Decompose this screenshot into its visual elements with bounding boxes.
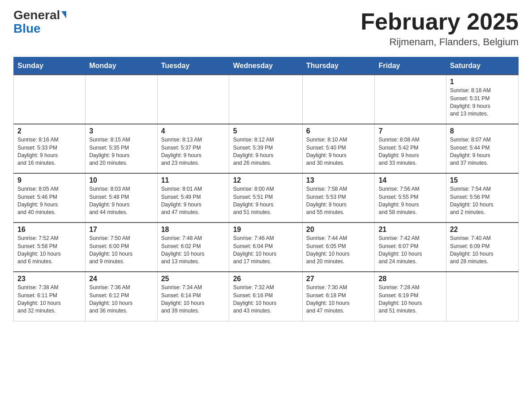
- day-number: 5: [233, 127, 298, 135]
- column-header-monday: Monday: [86, 57, 157, 75]
- day-number: 11: [161, 176, 226, 184]
- day-number: 7: [378, 127, 442, 135]
- location-subtitle: Rijmenam, Flanders, Belgium: [360, 36, 519, 48]
- day-number: 12: [233, 176, 298, 184]
- column-header-saturday: Saturday: [446, 57, 518, 75]
- calendar-cell: 24Sunrise: 7:36 AM Sunset: 6:12 PM Dayli…: [86, 272, 157, 321]
- calendar-cell: 28Sunrise: 7:28 AM Sunset: 6:19 PM Dayli…: [375, 272, 446, 321]
- page-header: General Blue February 2025 Rijmenam, Fla…: [13, 9, 519, 48]
- day-info: Sunrise: 7:46 AM Sunset: 6:04 PM Dayligh…: [233, 235, 298, 266]
- calendar-cell: 1Sunrise: 8:18 AM Sunset: 5:31 PM Daylig…: [446, 75, 518, 124]
- logo-general-text: General: [13, 9, 60, 21]
- calendar-cell: 21Sunrise: 7:42 AM Sunset: 6:07 PM Dayli…: [375, 223, 446, 272]
- week-row-5: 23Sunrise: 7:38 AM Sunset: 6:11 PM Dayli…: [14, 272, 519, 321]
- calendar-cell: [14, 75, 86, 124]
- day-info: Sunrise: 7:48 AM Sunset: 6:02 PM Dayligh…: [161, 235, 226, 266]
- day-number: 3: [89, 127, 153, 135]
- calendar-cell: 19Sunrise: 7:46 AM Sunset: 6:04 PM Dayli…: [229, 223, 302, 272]
- day-number: 13: [306, 176, 371, 184]
- calendar-cell: 13Sunrise: 7:58 AM Sunset: 5:53 PM Dayli…: [302, 173, 375, 223]
- calendar-cell: 3Sunrise: 8:15 AM Sunset: 5:35 PM Daylig…: [86, 124, 157, 173]
- calendar-cell: 2Sunrise: 8:16 AM Sunset: 5:33 PM Daylig…: [14, 124, 86, 173]
- day-number: 18: [161, 226, 226, 234]
- calendar-cell: [229, 75, 302, 124]
- day-number: 21: [378, 226, 442, 234]
- day-number: 2: [17, 127, 82, 135]
- day-info: Sunrise: 7:52 AM Sunset: 5:58 PM Dayligh…: [17, 235, 82, 266]
- calendar-cell: 12Sunrise: 8:00 AM Sunset: 5:51 PM Dayli…: [229, 173, 302, 223]
- day-number: 15: [450, 176, 515, 184]
- day-info: Sunrise: 7:34 AM Sunset: 6:14 PM Dayligh…: [161, 284, 226, 315]
- day-info: Sunrise: 8:07 AM Sunset: 5:44 PM Dayligh…: [450, 136, 515, 167]
- day-number: 16: [17, 226, 82, 234]
- calendar-cell: 22Sunrise: 7:40 AM Sunset: 6:09 PM Dayli…: [446, 223, 518, 272]
- week-row-3: 9Sunrise: 8:05 AM Sunset: 5:46 PM Daylig…: [14, 173, 519, 223]
- column-header-sunday: Sunday: [14, 57, 86, 75]
- day-info: Sunrise: 7:32 AM Sunset: 6:16 PM Dayligh…: [233, 284, 298, 315]
- calendar-cell: 5Sunrise: 8:12 AM Sunset: 5:39 PM Daylig…: [229, 124, 302, 173]
- day-info: Sunrise: 7:44 AM Sunset: 6:05 PM Dayligh…: [306, 235, 371, 266]
- calendar-cell: 9Sunrise: 8:05 AM Sunset: 5:46 PM Daylig…: [14, 173, 86, 223]
- calendar-cell: 4Sunrise: 8:13 AM Sunset: 5:37 PM Daylig…: [157, 124, 229, 173]
- day-number: 17: [89, 226, 153, 234]
- calendar-cell: 17Sunrise: 7:50 AM Sunset: 6:00 PM Dayli…: [86, 223, 157, 272]
- week-row-2: 2Sunrise: 8:16 AM Sunset: 5:33 PM Daylig…: [14, 124, 519, 173]
- day-number: 10: [89, 176, 153, 184]
- day-number: 6: [306, 127, 371, 135]
- day-info: Sunrise: 7:50 AM Sunset: 6:00 PM Dayligh…: [89, 235, 153, 266]
- calendar-cell: 25Sunrise: 7:34 AM Sunset: 6:14 PM Dayli…: [157, 272, 229, 321]
- calendar-cell: [157, 75, 229, 124]
- calendar-cell: 10Sunrise: 8:03 AM Sunset: 5:48 PM Dayli…: [86, 173, 157, 223]
- day-number: 8: [450, 127, 515, 135]
- calendar-cell: [86, 75, 157, 124]
- day-number: 19: [233, 226, 298, 234]
- day-number: 1: [450, 78, 515, 86]
- day-number: 24: [89, 275, 153, 283]
- day-number: 27: [306, 275, 371, 283]
- week-row-4: 16Sunrise: 7:52 AM Sunset: 5:58 PM Dayli…: [14, 223, 519, 272]
- calendar-cell: 14Sunrise: 7:56 AM Sunset: 5:55 PM Dayli…: [375, 173, 446, 223]
- day-info: Sunrise: 7:56 AM Sunset: 5:55 PM Dayligh…: [378, 185, 442, 217]
- calendar-cell: [302, 75, 375, 124]
- calendar-header-row: SundayMondayTuesdayWednesdayThursdayFrid…: [14, 57, 519, 75]
- day-info: Sunrise: 8:15 AM Sunset: 5:35 PM Dayligh…: [89, 136, 153, 167]
- day-info: Sunrise: 7:40 AM Sunset: 6:09 PM Dayligh…: [450, 235, 515, 266]
- day-number: 28: [378, 275, 442, 283]
- day-info: Sunrise: 8:13 AM Sunset: 5:37 PM Dayligh…: [161, 136, 226, 167]
- calendar-cell: 15Sunrise: 7:54 AM Sunset: 5:56 PM Dayli…: [446, 173, 518, 223]
- day-number: 25: [161, 275, 226, 283]
- day-info: Sunrise: 7:58 AM Sunset: 5:53 PM Dayligh…: [306, 185, 371, 217]
- day-number: 9: [17, 176, 82, 184]
- day-info: Sunrise: 7:30 AM Sunset: 6:18 PM Dayligh…: [306, 284, 371, 315]
- calendar-cell: 27Sunrise: 7:30 AM Sunset: 6:18 PM Dayli…: [302, 272, 375, 321]
- week-row-1: 1Sunrise: 8:18 AM Sunset: 5:31 PM Daylig…: [14, 75, 519, 124]
- column-header-wednesday: Wednesday: [229, 57, 302, 75]
- calendar-cell: 8Sunrise: 8:07 AM Sunset: 5:44 PM Daylig…: [446, 124, 518, 173]
- month-title: February 2025: [360, 9, 519, 34]
- day-info: Sunrise: 8:03 AM Sunset: 5:48 PM Dayligh…: [89, 185, 153, 217]
- day-info: Sunrise: 8:18 AM Sunset: 5:31 PM Dayligh…: [450, 87, 515, 118]
- day-info: Sunrise: 8:00 AM Sunset: 5:51 PM Dayligh…: [233, 185, 298, 217]
- day-info: Sunrise: 8:16 AM Sunset: 5:33 PM Dayligh…: [17, 136, 82, 167]
- day-number: 23: [17, 275, 82, 283]
- day-info: Sunrise: 8:05 AM Sunset: 5:46 PM Dayligh…: [17, 185, 82, 217]
- calendar-cell: 18Sunrise: 7:48 AM Sunset: 6:02 PM Dayli…: [157, 223, 229, 272]
- day-info: Sunrise: 7:54 AM Sunset: 5:56 PM Dayligh…: [450, 185, 515, 217]
- calendar-cell: 20Sunrise: 7:44 AM Sunset: 6:05 PM Dayli…: [302, 223, 375, 272]
- day-number: 22: [450, 226, 515, 234]
- calendar-cell: 23Sunrise: 7:38 AM Sunset: 6:11 PM Dayli…: [14, 272, 86, 321]
- day-info: Sunrise: 7:42 AM Sunset: 6:07 PM Dayligh…: [378, 235, 442, 266]
- column-header-tuesday: Tuesday: [157, 57, 229, 75]
- calendar-cell: 7Sunrise: 8:08 AM Sunset: 5:42 PM Daylig…: [375, 124, 446, 173]
- calendar-cell: 26Sunrise: 7:32 AM Sunset: 6:16 PM Dayli…: [229, 272, 302, 321]
- day-info: Sunrise: 7:36 AM Sunset: 6:12 PM Dayligh…: [89, 284, 153, 315]
- title-block: February 2025 Rijmenam, Flanders, Belgiu…: [360, 9, 519, 48]
- day-info: Sunrise: 8:08 AM Sunset: 5:42 PM Dayligh…: [378, 136, 442, 167]
- column-header-friday: Friday: [375, 57, 446, 75]
- logo: General Blue: [13, 9, 66, 36]
- day-info: Sunrise: 8:12 AM Sunset: 5:39 PM Dayligh…: [233, 136, 298, 167]
- logo-triangle-icon: [61, 11, 66, 18]
- logo-blue-text: Blue: [13, 21, 41, 36]
- day-info: Sunrise: 8:01 AM Sunset: 5:49 PM Dayligh…: [161, 185, 226, 217]
- calendar-cell: 16Sunrise: 7:52 AM Sunset: 5:58 PM Dayli…: [14, 223, 86, 272]
